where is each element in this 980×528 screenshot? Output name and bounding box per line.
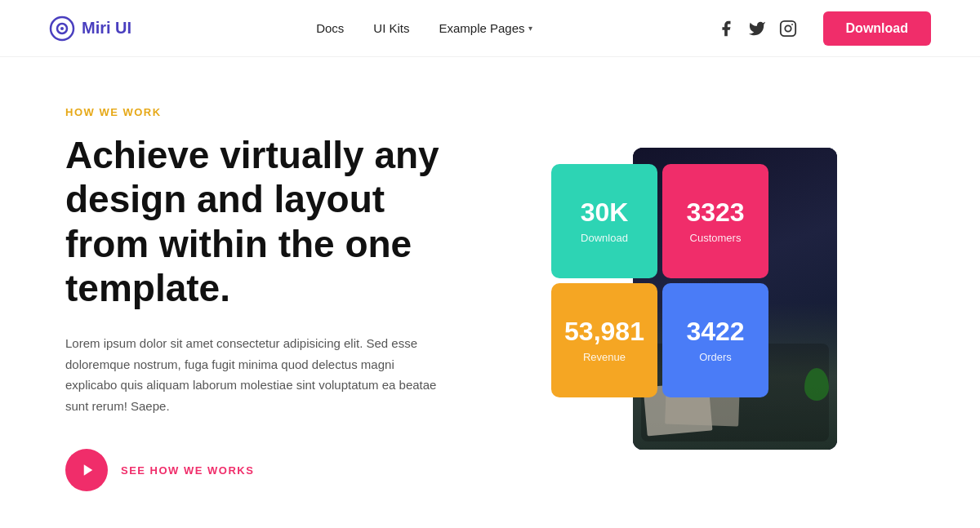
stats-image-wrapper: 30K Download 3323 Customers 53,981 Reven… [584,148,837,450]
cta-row: SEE HOW WE WORKS [65,449,474,491]
play-button[interactable] [65,449,108,491]
svg-point-2 [60,27,64,30]
stat-label-revenue: Revenue [583,351,626,363]
svg-marker-6 [83,464,92,476]
svg-point-4 [785,25,791,31]
navbar: Miri UI Docs UI Kits Example Pages ▾ [0,0,980,57]
brand-logo[interactable]: Miri UI [49,16,131,42]
cta-label[interactable]: SEE HOW WE WORKS [121,464,254,477]
nav-links: Docs UI Kits Example Pages ▾ [316,21,532,35]
social-links [717,20,797,38]
main-description: Lorem ipsum dolor sit amet consectetur a… [65,333,441,416]
instagram-icon[interactable] [779,20,797,38]
stat-card-download: 30K Download [551,164,657,278]
main-heading: Achieve virtually any design and layout … [65,133,474,310]
stat-number-revenue: 53,981 [564,317,644,346]
stat-label-customers: Customers [690,232,742,244]
facebook-icon[interactable] [717,20,735,38]
stat-card-orders: 3422 Orders [662,283,768,397]
stats-grid: 30K Download 3323 Customers 53,981 Reven… [551,164,768,397]
stat-card-customers: 3323 Customers [662,164,768,278]
stat-number-download: 30K [581,198,629,227]
stat-card-revenue: 53,981 Revenue [551,283,657,397]
stat-label-orders: Orders [699,351,732,363]
svg-rect-3 [780,20,795,35]
svg-point-5 [791,24,793,25]
nav-example-pages[interactable]: Example Pages ▾ [439,21,532,35]
download-button[interactable]: Download [823,11,931,46]
right-section: 30K Download 3323 Customers 53,981 Reven… [506,144,915,454]
brand-icon [49,16,75,42]
play-icon [81,463,96,477]
navbar-right: Download [717,11,931,46]
stat-number-customers: 3323 [686,198,744,227]
twitter-icon[interactable] [748,20,766,38]
brand-name: Miri UI [82,19,131,38]
nav-docs[interactable]: Docs [316,21,344,35]
stat-number-orders: 3422 [686,317,744,346]
left-section: HOW WE WORK Achieve virtually any design… [65,106,474,491]
nav-ui-kits[interactable]: UI Kits [373,21,409,35]
section-label: HOW WE WORK [65,106,474,118]
stat-label-download: Download [581,232,628,244]
main-content: HOW WE WORK Achieve virtually any design… [0,57,980,528]
chevron-down-icon: ▾ [528,24,532,33]
